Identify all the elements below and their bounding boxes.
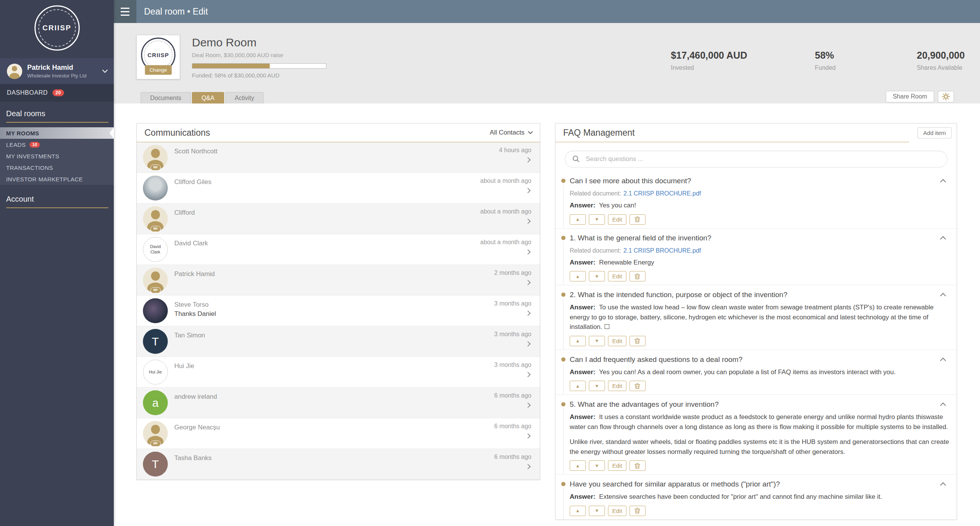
user-profile[interactable]: Patrick Hamid Wholesale Investor Pty Ltd <box>0 58 114 84</box>
chevron-up-icon[interactable] <box>940 236 946 242</box>
tab-q-a[interactable]: Q&A <box>192 92 224 104</box>
move-up-button[interactable]: ▲ <box>570 271 586 281</box>
sidebar-item-leads[interactable]: LEADS 10 <box>0 139 114 150</box>
contact-row[interactable]: a andrew ireland 6 months ago <box>137 388 540 418</box>
contact-avatar: WI <box>143 206 168 231</box>
sidebar-item-transactions[interactable]: TRANSACTIONS <box>0 162 114 173</box>
edit-button[interactable]: Edit <box>608 460 626 471</box>
bullet-icon <box>561 357 565 362</box>
delete-button[interactable] <box>629 506 646 516</box>
faq-question: 1. What is the general field of the inve… <box>570 234 719 242</box>
contact-row[interactable]: Steve Torso Thanks Daniel 3 months ago <box>137 296 540 326</box>
page-title: Deal room • Edit <box>144 7 208 17</box>
faq-item-actions: ▲ ▼ Edit <box>570 506 950 516</box>
faq-question: Can I add frequently asked questions to … <box>570 355 750 364</box>
bullet-icon <box>561 179 565 183</box>
change-logo-button[interactable]: Change <box>145 65 172 75</box>
contact-time: 6 months ago <box>494 392 531 399</box>
faq-question: 5. What are the advantages of your inven… <box>570 400 726 409</box>
chevron-down-icon <box>528 129 533 134</box>
contact-row[interactable]: WI Patrick Hamid 2 months ago <box>137 265 540 296</box>
contacts-filter-dropdown[interactable]: All Contacts <box>490 129 532 136</box>
faq-header: FAQ Management Add item <box>556 123 957 142</box>
edit-button[interactable]: Edit <box>608 381 626 391</box>
contact-row[interactable]: Clifford Giles about a month ago <box>137 173 540 204</box>
sidebar-item-my-investments[interactable]: MY INVESTMENTS <box>0 150 114 162</box>
tabs: Documents Q&A Activity <box>141 92 264 104</box>
delete-button[interactable] <box>629 271 646 281</box>
room-logo-thumbnail[interactable]: CRIISP Change <box>136 35 180 79</box>
move-up-button[interactable]: ▲ <box>570 336 586 346</box>
contact-avatar: WI <box>143 268 168 293</box>
faq-item-actions: ▲ ▼ Edit <box>570 381 950 391</box>
stat-value: 58% <box>815 50 836 61</box>
contact-row[interactable]: WI George Neacșu 6 months ago <box>137 418 540 449</box>
contact-time: about a month ago <box>480 178 531 184</box>
section-account[interactable]: Account <box>6 195 108 208</box>
avatar-circle: T <box>143 452 168 477</box>
related-document-link[interactable]: 2.1 CRIISP BROCHURE.pdf <box>623 247 701 254</box>
contact-name: Patrick Hamid <box>174 270 215 278</box>
contact-time: about a month ago <box>480 239 531 246</box>
section-deal-rooms[interactable]: Deal rooms <box>6 109 108 123</box>
move-up-button[interactable]: ▲ <box>570 381 586 391</box>
sidebar-item-dashboard[interactable]: DASHBOARD 20 <box>0 84 114 102</box>
contact-row[interactable]: WI Scott Northcott 4 hours ago <box>137 142 540 173</box>
sidebar-item-label: MY INVESTMENTS <box>6 153 59 159</box>
chevron-up-icon[interactable] <box>940 403 946 409</box>
contacts-filter-value: All Contacts <box>490 129 524 136</box>
sidebar-item-my-rooms[interactable]: MY ROOMS <box>0 127 114 139</box>
edit-button[interactable]: Edit <box>608 214 626 225</box>
chevron-up-icon[interactable] <box>940 482 946 488</box>
move-down-button[interactable]: ▼ <box>589 336 605 346</box>
tab-activity[interactable]: Activity <box>225 92 264 104</box>
move-down-button[interactable]: ▼ <box>589 214 605 225</box>
contact-name: Tan Simon <box>174 332 205 339</box>
criisp-logo[interactable]: CRIISP <box>34 5 80 51</box>
move-down-button[interactable]: ▼ <box>589 506 605 516</box>
move-up-button[interactable]: ▲ <box>570 460 586 471</box>
move-up-button[interactable]: ▲ <box>570 214 586 225</box>
edit-button[interactable]: Edit <box>608 271 626 281</box>
delete-button[interactable] <box>629 336 646 346</box>
move-down-button[interactable]: ▼ <box>589 271 605 281</box>
answer-label: Answer: <box>570 304 595 311</box>
contact-avatar: David Clark <box>143 237 168 262</box>
hamburger-menu-button[interactable] <box>114 0 136 23</box>
move-up-button[interactable]: ▲ <box>570 506 586 516</box>
chevron-up-icon[interactable] <box>940 293 946 299</box>
contact-list: WI Scott Northcott 4 hours ago Clifford … <box>137 142 540 480</box>
chevron-up-icon[interactable] <box>940 179 946 185</box>
contact-avatar: T <box>143 452 168 477</box>
contact-row[interactable]: Hui Jie Hui Jie 3 months ago <box>137 357 540 388</box>
add-item-button[interactable]: Add item <box>918 127 952 138</box>
delete-button[interactable] <box>629 460 646 471</box>
edit-button[interactable]: Edit <box>608 336 626 346</box>
contact-row[interactable]: T Tasha Banks 6 months ago <box>137 449 540 480</box>
tab-documents[interactable]: Documents <box>141 92 191 104</box>
faq-related-row: Related document:2.1 CRIISP BROCHURE.pdf <box>570 247 950 254</box>
contact-row[interactable]: T Tan Simon 3 months ago <box>137 326 540 357</box>
edit-button[interactable]: Edit <box>608 506 626 516</box>
chevron-up-icon[interactable] <box>940 357 946 363</box>
share-room-button[interactable]: Share Room <box>886 91 934 102</box>
answer-label: Answer: <box>570 368 595 376</box>
contact-row[interactable]: David Clark David Clark about a month ag… <box>137 234 540 265</box>
contact-name: Hui Jie <box>174 362 194 370</box>
chevron-right-icon <box>525 249 531 255</box>
wholesale-investor-badge: WI <box>150 164 161 171</box>
faq-search-input[interactable] <box>565 151 947 168</box>
wholesale-investor-badge: WI <box>150 441 161 447</box>
settings-button[interactable] <box>938 91 954 102</box>
delete-button[interactable] <box>629 214 646 225</box>
move-down-button[interactable]: ▼ <box>589 381 605 391</box>
related-document-link[interactable]: 2.1 CRIISP BROCHURE.pdf <box>623 190 701 197</box>
communications-title: Communications <box>144 128 210 138</box>
trash-icon <box>634 508 640 514</box>
sidebar-item-investor-marketplace[interactable]: INVESTOR MARKETPLACE <box>0 173 114 185</box>
contact-row[interactable]: WI Clifford about a month ago <box>137 204 540 234</box>
contact-time: 4 hours ago <box>499 147 531 154</box>
delete-button[interactable] <box>629 381 646 391</box>
brand-logo-area: CRIISP <box>0 0 114 58</box>
move-down-button[interactable]: ▼ <box>589 460 605 471</box>
